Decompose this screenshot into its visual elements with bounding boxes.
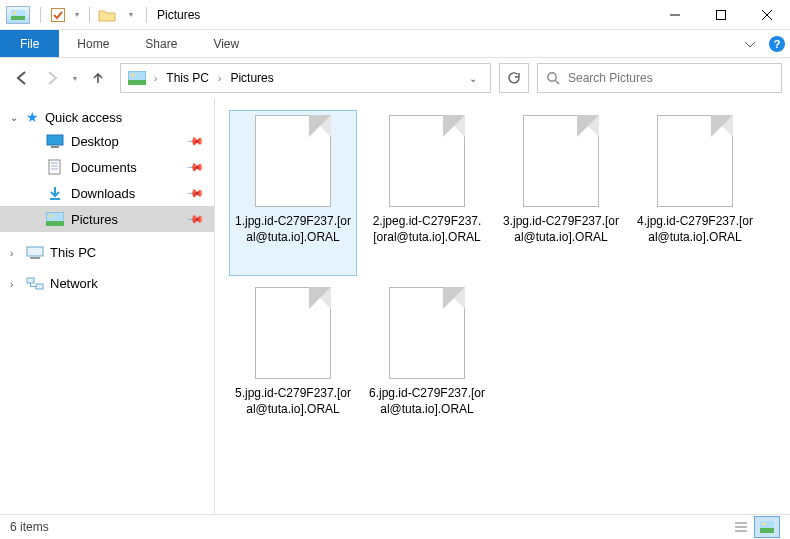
search-input[interactable]: Search Pictures <box>537 63 782 93</box>
sidebar-item-pictures[interactable]: Pictures 📌 <box>0 206 214 232</box>
svg-point-10 <box>131 73 134 76</box>
file-tile[interactable]: 1.jpg.id-C279F237.[oral@tuta.io].ORAL <box>229 110 357 276</box>
back-button[interactable] <box>8 64 36 92</box>
sidebar-item-downloads[interactable]: Downloads 📌 <box>0 180 214 206</box>
help-button[interactable]: ? <box>764 30 790 57</box>
window-buttons <box>652 0 790 30</box>
tab-share[interactable]: Share <box>127 30 195 57</box>
sidebar-this-pc[interactable]: › This PC <box>0 242 214 263</box>
svg-rect-14 <box>51 146 59 148</box>
svg-rect-31 <box>760 528 774 533</box>
chevron-down-icon: ⌄ <box>10 112 18 123</box>
sidebar-network[interactable]: › Network <box>0 273 214 294</box>
expand-ribbon-icon[interactable] <box>736 30 764 57</box>
file-thumbnail <box>255 287 331 379</box>
sidebar-quick-access[interactable]: ⌄ ★ Quick access <box>0 106 214 128</box>
quick-access-toolbar: ▾ ▾ <box>0 4 142 26</box>
file-thumbnail <box>255 115 331 207</box>
file-tile[interactable]: 3.jpg.id-C279F237.[oral@tuta.io].ORAL <box>497 110 625 276</box>
sidebar-item-label: Pictures <box>71 212 118 227</box>
svg-point-22 <box>49 214 52 217</box>
location-pictures-icon <box>127 70 147 86</box>
pictures-icon <box>46 212 64 226</box>
chevron-right-icon[interactable]: › <box>151 73 160 84</box>
this-pc-icon <box>26 246 44 260</box>
sidebar-item-label: Documents <box>71 160 137 175</box>
svg-rect-24 <box>30 257 40 259</box>
file-name: 2.jpeg.id-C279F237.[oral@tuta.io].ORAL <box>364 213 490 245</box>
sidebar-label: Network <box>50 276 98 291</box>
file-tile[interactable]: 2.jpeg.id-C279F237.[oral@tuta.io].ORAL <box>363 110 491 276</box>
window-title: Pictures <box>157 8 200 22</box>
svg-rect-25 <box>27 278 34 283</box>
sidebar-label: Quick access <box>45 110 122 125</box>
file-thumbnail <box>523 115 599 207</box>
help-icon: ? <box>769 36 785 52</box>
search-placeholder: Search Pictures <box>568 71 653 85</box>
forward-button[interactable] <box>38 64 66 92</box>
file-name: 6.jpg.id-C279F237.[oral@tuta.io].ORAL <box>364 385 490 417</box>
close-button[interactable] <box>744 0 790 30</box>
breadcrumb[interactable]: › This PC › Pictures ⌄ <box>120 63 491 93</box>
qat-dropdown-icon[interactable]: ▾ <box>71 4 83 26</box>
breadcrumb-segment[interactable]: Pictures <box>228 71 275 85</box>
file-tile[interactable]: 4.jpg.id-C279F237.[oral@tuta.io].ORAL <box>631 110 759 276</box>
file-thumbnail <box>657 115 733 207</box>
qat-folder-icon[interactable] <box>96 4 118 26</box>
refresh-button[interactable] <box>499 63 529 93</box>
minimize-button[interactable] <box>652 0 698 30</box>
file-tile[interactable]: 6.jpg.id-C279F237.[oral@tuta.io].ORAL <box>363 282 491 448</box>
chevron-right-icon: › <box>10 248 13 259</box>
file-list[interactable]: 1.jpg.id-C279F237.[oral@tuta.io].ORAL2.j… <box>215 98 790 514</box>
tab-home[interactable]: Home <box>59 30 127 57</box>
breadcrumb-segment[interactable]: This PC <box>164 71 211 85</box>
star-icon: ★ <box>26 109 39 125</box>
chevron-right-icon[interactable]: › <box>215 73 224 84</box>
qat-overflow-icon[interactable]: ▾ <box>120 4 142 26</box>
file-thumbnail <box>389 287 465 379</box>
pin-icon: 📌 <box>185 131 204 150</box>
breadcrumb-dropdown-icon[interactable]: ⌄ <box>462 73 484 84</box>
navigation-pane: ⌄ ★ Quick access Desktop 📌 Documents 📌 D… <box>0 98 215 514</box>
desktop-icon <box>46 134 64 148</box>
status-bar: 6 items <box>0 514 790 539</box>
separator <box>89 7 90 23</box>
svg-rect-15 <box>49 160 60 174</box>
app-icon <box>6 6 30 24</box>
svg-rect-21 <box>46 221 64 226</box>
up-button[interactable] <box>84 64 112 92</box>
sidebar-item-documents[interactable]: Documents 📌 <box>0 154 214 180</box>
svg-point-2 <box>14 11 17 14</box>
search-icon <box>546 71 560 85</box>
ribbon-tabs: File Home Share View ? <box>0 30 790 58</box>
tab-file[interactable]: File <box>0 30 59 57</box>
file-tile[interactable]: 5.jpg.id-C279F237.[oral@tuta.io].ORAL <box>229 282 357 448</box>
qat-checkbox-icon[interactable] <box>47 4 69 26</box>
sidebar-label: This PC <box>50 245 96 260</box>
svg-rect-1 <box>11 16 25 20</box>
pin-icon: 📌 <box>185 209 204 228</box>
recent-locations-icon[interactable]: ▾ <box>68 64 82 92</box>
maximize-button[interactable] <box>698 0 744 30</box>
sidebar-item-desktop[interactable]: Desktop 📌 <box>0 128 214 154</box>
svg-line-12 <box>555 80 559 84</box>
downloads-icon <box>46 186 64 200</box>
sidebar-item-label: Desktop <box>71 134 119 149</box>
view-details-button[interactable] <box>728 516 754 538</box>
file-name: 1.jpg.id-C279F237.[oral@tuta.io].ORAL <box>230 213 356 245</box>
sidebar-item-label: Downloads <box>71 186 135 201</box>
chevron-right-icon: › <box>10 279 13 290</box>
svg-rect-13 <box>47 135 63 145</box>
file-name: 5.jpg.id-C279F237.[oral@tuta.io].ORAL <box>230 385 356 417</box>
svg-point-32 <box>763 523 766 526</box>
file-name: 3.jpg.id-C279F237.[oral@tuta.io].ORAL <box>498 213 624 245</box>
tab-view[interactable]: View <box>195 30 257 57</box>
titlebar: ▾ ▾ Pictures <box>0 0 790 30</box>
file-name: 4.jpg.id-C279F237.[oral@tuta.io].ORAL <box>632 213 758 245</box>
file-thumbnail <box>389 115 465 207</box>
pin-icon: 📌 <box>185 157 204 176</box>
pin-icon: 📌 <box>185 183 204 202</box>
view-large-icons-button[interactable] <box>754 516 780 538</box>
navigation-bar: ▾ › This PC › Pictures ⌄ Search Pictures <box>0 58 790 98</box>
separator <box>40 7 41 23</box>
